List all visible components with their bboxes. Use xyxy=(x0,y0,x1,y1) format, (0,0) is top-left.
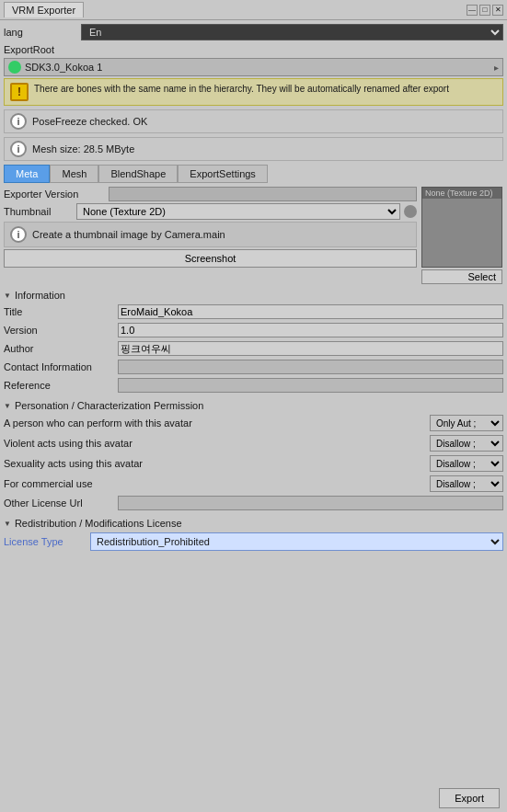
author-field-row: Author xyxy=(4,341,503,356)
lang-row: lang En Ja xyxy=(4,24,503,40)
panel-right: None (Texture 2D) Select xyxy=(421,187,503,284)
lang-label: lang xyxy=(4,27,77,38)
perform-perm-select[interactable]: Only Aut ; Explicitly Licensed Everyone xyxy=(430,415,503,431)
title-bar: VRM Exporter — □ ✕ xyxy=(0,0,507,20)
commercial-perm-select[interactable]: Disallow ; Allow xyxy=(430,475,503,492)
license-type-label: License Type xyxy=(4,536,86,547)
personation-triangle-icon: ▼ xyxy=(4,402,11,410)
tab-meta[interactable]: Meta xyxy=(4,165,50,183)
window-title: VRM Exporter xyxy=(4,2,84,17)
author-field-label: Author xyxy=(4,343,114,354)
other-license-input[interactable] xyxy=(118,496,503,510)
author-field-input[interactable] xyxy=(118,341,503,356)
title-field-input[interactable] xyxy=(118,304,503,319)
other-license-row: Other License Url xyxy=(4,496,503,510)
other-license-label: Other License Url xyxy=(4,497,114,509)
license-type-select[interactable]: Redistribution_Prohibited CC0 CC_BY CC_B… xyxy=(90,532,503,551)
perform-perm-label: A person who can perform with this avata… xyxy=(4,417,426,429)
camera-info-text: Create a thumbnail image by Camera.main xyxy=(32,229,225,240)
thumbnail-dot-icon xyxy=(404,205,417,218)
lang-select[interactable]: En Ja xyxy=(81,24,503,40)
sdk-arrow-icon: ▸ xyxy=(494,63,499,73)
information-title: Information xyxy=(15,290,65,301)
tab-mesh[interactable]: Mesh xyxy=(50,165,98,183)
title-field-label: Title xyxy=(4,306,114,317)
redistribution-section-header: ▼ Redistribution / Modifications License xyxy=(4,518,503,529)
title-field-row: Title xyxy=(4,304,503,319)
information-triangle-icon: ▼ xyxy=(4,292,11,300)
version-field-label: Version xyxy=(4,325,114,336)
meshsize-text: Mesh size: 28.5 MByte xyxy=(32,143,134,154)
personation-title: Personation / Characterization Permissio… xyxy=(15,400,203,411)
violent-perm-label: Violent acts using this avatar xyxy=(4,438,426,449)
license-type-row: License Type Redistribution_Prohibited C… xyxy=(4,532,503,551)
panel-left: Exporter Version Thumbnail None (Texture… xyxy=(4,187,417,284)
thumbnail-preview-label: None (Texture 2D) xyxy=(422,188,501,199)
violent-perm-select[interactable]: Disallow ; Allow xyxy=(430,435,503,452)
information-section-header: ▼ Information xyxy=(4,290,503,301)
violent-perm-row: Violent acts using this avatar Disallow … xyxy=(4,435,503,452)
sexuality-perm-row: Sexuality acts using this avatar Disallo… xyxy=(4,455,503,472)
commercial-perm-label: For commercial use xyxy=(4,478,426,489)
screenshot-button[interactable]: Screenshot xyxy=(4,249,417,268)
warning-text: There are bones with the same name in th… xyxy=(34,83,449,95)
thumbnail-select[interactable]: None (Texture 2D) xyxy=(76,203,400,220)
version-field-input[interactable] xyxy=(118,323,503,337)
warning-box: ! There are bones with the same name in … xyxy=(4,78,503,106)
panel-area: Exporter Version Thumbnail None (Texture… xyxy=(4,187,503,284)
warning-icon: ! xyxy=(10,83,29,101)
sexuality-perm-select[interactable]: Disallow ; Allow xyxy=(430,455,503,472)
close-button[interactable]: ✕ xyxy=(492,5,503,16)
exporter-version-label: Exporter Version xyxy=(4,189,105,200)
posefreeze-text: PoseFreeze checked. OK xyxy=(32,116,147,127)
reference-field-label: Reference xyxy=(4,380,114,391)
minimize-button[interactable]: — xyxy=(467,5,478,16)
exporter-version-input[interactable] xyxy=(109,187,417,201)
reference-field-input[interactable] xyxy=(118,378,503,393)
perform-perm-row: A person who can perform with this avata… xyxy=(4,415,503,431)
maximize-button[interactable]: □ xyxy=(479,5,490,16)
version-field-row: Version xyxy=(4,323,503,337)
thumbnail-gray-area xyxy=(422,199,501,267)
sdk-icon xyxy=(8,61,21,74)
camera-info-icon: i xyxy=(10,226,27,243)
sdk-row: SDK3.0_Kokoa 1 ▸ xyxy=(4,58,503,76)
tabs-row: Meta Mesh BlendShape ExportSettings xyxy=(4,165,503,183)
posefreeze-box: i PoseFreeze checked. OK xyxy=(4,109,503,133)
tab-exportsettings[interactable]: ExportSettings xyxy=(178,165,268,183)
exporter-version-row: Exporter Version xyxy=(4,187,417,201)
bottom-bar: Export xyxy=(439,788,500,808)
export-button[interactable]: Export xyxy=(439,788,500,808)
redistribution-triangle-icon: ▼ xyxy=(4,520,11,528)
thumbnail-preview: None (Texture 2D) xyxy=(421,187,502,268)
export-root-label: ExportRoot xyxy=(4,43,503,56)
thumbnail-row: Thumbnail None (Texture 2D) xyxy=(4,203,417,220)
select-button[interactable]: Select xyxy=(421,269,502,284)
posefreeze-icon: i xyxy=(10,113,27,130)
camera-info-box: i Create a thumbnail image by Camera.mai… xyxy=(4,222,417,247)
tab-blendshape[interactable]: BlendShape xyxy=(98,165,178,183)
sexuality-perm-label: Sexuality acts using this avatar xyxy=(4,458,426,469)
contact-field-row: Contact Information xyxy=(4,360,503,374)
contact-field-label: Contact Information xyxy=(4,361,114,372)
main-content: lang En Ja ExportRoot SDK3.0_Kokoa 1 ▸ !… xyxy=(0,20,507,556)
reference-field-row: Reference xyxy=(4,378,503,393)
commercial-perm-row: For commercial use Disallow ; Allow xyxy=(4,475,503,492)
contact-field-input[interactable] xyxy=(118,360,503,374)
meshsize-icon: i xyxy=(10,141,27,157)
meshsize-box: i Mesh size: 28.5 MByte xyxy=(4,137,503,161)
personation-section-header: ▼ Personation / Characterization Permiss… xyxy=(4,400,503,411)
redistribution-title: Redistribution / Modifications License xyxy=(15,518,182,529)
thumbnail-label: Thumbnail xyxy=(4,206,73,217)
sdk-text: SDK3.0_Kokoa 1 xyxy=(25,62,494,73)
